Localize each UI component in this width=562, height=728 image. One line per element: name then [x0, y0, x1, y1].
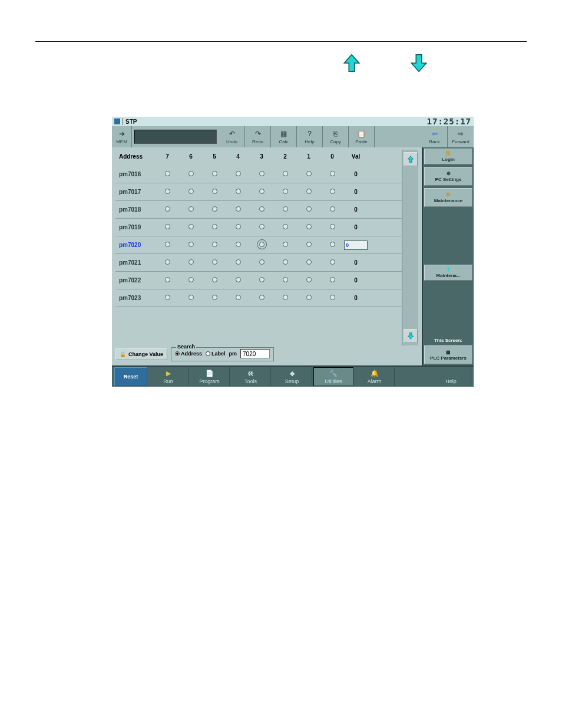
- bit-cell[interactable]: [297, 295, 320, 301]
- bit-cell[interactable]: [156, 206, 179, 213]
- toolbar-input[interactable]: [134, 130, 217, 144]
- bit-cell[interactable]: [203, 277, 226, 284]
- table-row[interactable]: pm70170: [115, 183, 402, 201]
- plc-parameters-button[interactable]: ▦ PLC Parameters: [424, 345, 472, 364]
- bit-cell[interactable]: [179, 242, 203, 248]
- bit-cell[interactable]: [179, 224, 203, 230]
- bit-cell[interactable]: [156, 259, 179, 266]
- pc-settings-button[interactable]: ⚙ PC Settings: [424, 167, 472, 186]
- bit-cell[interactable]: [179, 206, 203, 213]
- run-button[interactable]: ▶ Run: [148, 367, 189, 386]
- bit-cell[interactable]: [179, 259, 203, 266]
- table-row[interactable]: pm70190: [115, 219, 402, 236]
- bit-cell[interactable]: [273, 259, 297, 266]
- bit-cell[interactable]: [179, 189, 203, 195]
- search-label-radio[interactable]: Label: [206, 351, 226, 357]
- scroll-down-button[interactable]: [404, 329, 418, 343]
- program-button[interactable]: 📄 Program: [190, 367, 230, 386]
- bit-cell[interactable]: [320, 224, 344, 230]
- scroll-up-button[interactable]: [404, 152, 418, 166]
- bit-cell[interactable]: [203, 171, 226, 177]
- bit-cell[interactable]: [273, 242, 297, 248]
- bit-cell[interactable]: [226, 242, 250, 248]
- alarm-button[interactable]: 🔔 Alarm: [355, 367, 395, 386]
- bit-cell[interactable]: [203, 242, 226, 248]
- maintenance-button[interactable]: 🛠 Maintenance: [424, 188, 472, 207]
- bit-cell[interactable]: [320, 189, 344, 195]
- bit-cell[interactable]: [297, 206, 320, 213]
- bit-cell[interactable]: [203, 259, 226, 266]
- row-value[interactable]: 0: [344, 241, 368, 250]
- tools-button[interactable]: 🛠 Tools: [231, 367, 271, 386]
- bit-cell[interactable]: [226, 295, 250, 301]
- bit-cell[interactable]: [250, 295, 273, 301]
- maintena-button[interactable]: ⬆ Maintena...: [424, 265, 472, 281]
- change-value-button[interactable]: 🔒 Change Value: [115, 348, 167, 360]
- copy-button[interactable]: ⎘ Copy: [323, 126, 349, 147]
- bit-cell[interactable]: [203, 206, 226, 213]
- bit-cell[interactable]: [250, 171, 273, 177]
- setup-button[interactable]: ◆ Setup: [272, 367, 312, 386]
- paste-button[interactable]: 📋 Paste: [349, 126, 375, 147]
- bit-cell[interactable]: [273, 224, 297, 230]
- bit-cell[interactable]: [273, 206, 297, 213]
- bit-cell[interactable]: [250, 189, 273, 195]
- bit-cell[interactable]: [250, 206, 273, 213]
- redo-button[interactable]: ↷ Redo: [245, 126, 271, 147]
- help-button[interactable]: ? Help: [297, 126, 323, 147]
- bit-cell[interactable]: [156, 189, 179, 195]
- reset-button[interactable]: Reset: [114, 367, 147, 386]
- table-row[interactable]: pm70160: [115, 166, 402, 183]
- forward-button[interactable]: ⇨ Forward: [448, 126, 474, 147]
- bit-cell[interactable]: [320, 277, 344, 284]
- bit-cell[interactable]: [179, 277, 203, 284]
- bit-cell[interactable]: [273, 189, 297, 195]
- bit-cell[interactable]: [226, 189, 250, 195]
- bit-cell[interactable]: [226, 171, 250, 177]
- bit-cell[interactable]: [320, 242, 344, 248]
- bit-cell[interactable]: [250, 277, 273, 284]
- table-row[interactable]: pm70220: [115, 272, 402, 289]
- undo-button[interactable]: ↶ Undo: [219, 126, 245, 147]
- bit-cell[interactable]: [273, 295, 297, 301]
- bit-cell[interactable]: [297, 171, 320, 177]
- search-address-radio[interactable]: Address: [175, 351, 202, 357]
- bit-cell[interactable]: [156, 277, 179, 284]
- bit-cell[interactable]: [226, 206, 250, 213]
- bit-cell[interactable]: [297, 224, 320, 230]
- search-input[interactable]: [240, 349, 270, 358]
- bit-cell[interactable]: [297, 259, 320, 266]
- bit-cell[interactable]: [297, 189, 320, 195]
- mem-button[interactable]: ➜ MEM: [112, 126, 132, 147]
- bit-cell[interactable]: [297, 242, 320, 248]
- bit-cell[interactable]: [203, 189, 226, 195]
- bit-cell[interactable]: [226, 259, 250, 266]
- bit-cell[interactable]: [226, 224, 250, 230]
- bit-cell[interactable]: [203, 224, 226, 230]
- bit-cell[interactable]: [250, 259, 273, 266]
- bit-cell[interactable]: [320, 259, 344, 266]
- bit-cell[interactable]: [273, 171, 297, 177]
- table-row[interactable]: pm70180: [115, 201, 402, 219]
- bit-cell[interactable]: [320, 295, 344, 301]
- bit-cell[interactable]: [250, 242, 273, 248]
- bit-cell[interactable]: [297, 277, 320, 284]
- table-row[interactable]: pm70200: [115, 236, 402, 254]
- bit-cell[interactable]: [179, 171, 203, 177]
- bottom-help-button[interactable]: ℹ Help: [431, 367, 471, 386]
- table-row[interactable]: pm70230: [115, 289, 402, 307]
- bit-cell[interactable]: [156, 224, 179, 230]
- bit-cell[interactable]: [156, 242, 179, 248]
- bit-cell[interactable]: [156, 295, 179, 301]
- bit-cell[interactable]: [156, 171, 179, 177]
- bit-cell[interactable]: [179, 295, 203, 301]
- bit-cell[interactable]: [320, 171, 344, 177]
- calc-button[interactable]: ▦ Calc: [271, 126, 297, 147]
- back-button[interactable]: ⇦ Back: [422, 126, 448, 147]
- utilities-button[interactable]: 🔧 Utilities: [313, 367, 353, 386]
- table-row[interactable]: pm70210: [115, 254, 402, 272]
- bit-cell[interactable]: [226, 277, 250, 284]
- bit-cell[interactable]: [203, 295, 226, 301]
- bit-cell[interactable]: [250, 224, 273, 230]
- bit-cell[interactable]: [320, 206, 344, 213]
